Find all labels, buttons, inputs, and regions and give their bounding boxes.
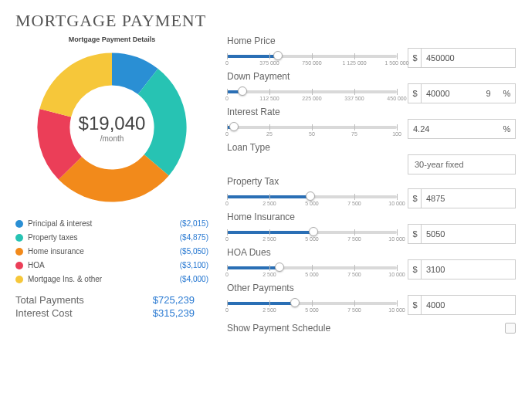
input-prefix: $ <box>408 48 422 68</box>
slider-tick-label: 75 <box>351 131 357 137</box>
legend-swatch <box>15 234 23 242</box>
slider-tick-label: 2 500 <box>262 272 276 277</box>
field-label: Down Payment <box>227 71 397 82</box>
slider[interactable]: 0112 500225 000337 500450 000 <box>227 86 397 105</box>
input-value[interactable]: 450000 <box>421 48 516 68</box>
field-down-payment: Down Payment0112 500225 000337 500450 00… <box>227 71 516 105</box>
slider-tick-label: 0 <box>225 201 229 206</box>
field-label: Interest Rate <box>227 107 397 117</box>
slider[interactable]: 02 5005 0007 50010 000 <box>227 227 397 246</box>
slider-ticks <box>227 124 397 130</box>
slider-thumb[interactable] <box>306 191 315 201</box>
slider-tick-label: 10 000 <box>388 201 405 206</box>
totals-label: Interest Cost <box>15 307 73 319</box>
field-loan-type: Loan Type30-year fixed <box>227 142 516 174</box>
legend-value: ($5,050) <box>180 247 208 256</box>
input-prefix: $ <box>408 295 422 315</box>
input-prefix: $ <box>408 188 422 208</box>
slider-tick-label: 25 <box>266 131 273 137</box>
slider-thumb[interactable] <box>238 86 247 96</box>
legend-label: HOA <box>28 261 180 269</box>
slider-tick-label: 7 500 <box>347 307 361 313</box>
legend-row: Home insurance($5,050) <box>15 247 208 256</box>
totals-row: Interest Cost$315,239 <box>15 307 208 319</box>
slider-tick-label: 1 125 000 <box>342 60 366 66</box>
slider-tick-label: 5 000 <box>305 201 319 206</box>
slider-tick-label: 750 000 <box>302 60 321 66</box>
legend-value: ($4,875) <box>180 233 208 242</box>
slider-tick-label: 10 000 <box>388 236 405 242</box>
show-payment-schedule-checkbox[interactable] <box>505 323 516 334</box>
slider-ticks <box>227 265 397 271</box>
slider[interactable]: 02 5005 0007 50010 000 <box>227 298 397 317</box>
slider-tick-label: 7 500 <box>347 236 361 242</box>
input-value[interactable]: 40000 <box>421 83 479 103</box>
input-value[interactable]: 4000 <box>421 295 516 315</box>
field-inputs: $4000 <box>408 295 516 315</box>
input-prefix: $ <box>408 83 422 103</box>
legend-swatch <box>15 248 23 256</box>
slider-tick-label: 5 000 <box>305 236 319 242</box>
slider-tick-label: 5 000 <box>305 307 319 313</box>
slider[interactable]: 0375 000750 0001 125 0001 500 000 <box>227 51 397 69</box>
input-value[interactable]: 5050 <box>421 224 516 244</box>
slider-thumb[interactable] <box>290 298 300 307</box>
slider-tick-label: 0 <box>225 131 229 137</box>
field-label: Loan Type <box>227 142 397 153</box>
field-inputs: $4875 <box>408 188 516 208</box>
slider[interactable]: 02 5005 0007 50010 000 <box>227 262 397 281</box>
input-prefix: $ <box>408 224 422 244</box>
legend-row: Property taxes($4,875) <box>15 233 208 242</box>
slider-tick-label: 2 500 <box>262 307 276 313</box>
totals-value: $315,239 <box>153 307 208 319</box>
input-value[interactable]: 3100 <box>421 259 516 279</box>
field-property-tax: Property Tax02 5005 0007 50010 000$4875 <box>227 176 516 210</box>
donut-chart: $19,040 /month <box>31 46 193 208</box>
slider-thumb[interactable] <box>273 51 283 60</box>
input-suffix: % <box>499 119 516 139</box>
slider-tick-label: 375 000 <box>259 60 279 66</box>
totals-row: Total Payments$725,239 <box>15 294 208 306</box>
summary-panel: Mortgage Payment Details $19,040 /month … <box>15 36 208 334</box>
slider-ticks <box>227 300 397 307</box>
slider-tick-label: 2 500 <box>262 201 276 206</box>
legend-label: Mortgage Ins. & other <box>28 275 180 283</box>
field-label: Home Insurance <box>227 212 397 222</box>
slider-tick-label: 100 <box>392 131 401 137</box>
field-home-ins: Home Insurance02 5005 0007 50010 000$505… <box>227 212 516 246</box>
legend-value: ($4,000) <box>180 275 208 283</box>
slider[interactable]: 02 5005 0007 50010 000 <box>227 191 397 210</box>
show-payment-schedule-label: Show Payment Schedule <box>227 323 330 334</box>
field-label: Other Payments <box>227 283 397 293</box>
slider-tick-label: 5 000 <box>305 272 319 277</box>
totals-value: $725,239 <box>153 294 208 306</box>
slider[interactable]: 0255075100 <box>227 122 397 141</box>
field-hoa: HOA Dues02 5005 0007 50010 000$3100 <box>227 247 516 281</box>
slider-tick-label: 225 000 <box>302 96 321 101</box>
input-value[interactable]: 4.24 <box>408 119 500 139</box>
input-value[interactable]: 4875 <box>421 188 516 208</box>
input-percent-value[interactable]: 9 <box>478 83 500 103</box>
show-payment-schedule-row: Show Payment Schedule <box>227 323 516 334</box>
main-layout: Mortgage Payment Details $19,040 /month … <box>15 36 510 334</box>
legend-value: ($2,015) <box>180 219 208 228</box>
slider-thumb[interactable] <box>309 227 318 236</box>
legend-row: Principal & interest($2,015) <box>15 219 208 228</box>
legend-swatch <box>15 276 23 283</box>
chart-title: Mortgage Payment Details <box>15 36 208 43</box>
donut-slice <box>39 52 112 117</box>
field-inputs: $400009% <box>408 83 516 103</box>
slider-thumb[interactable] <box>229 122 239 131</box>
field-label: Property Tax <box>227 176 397 187</box>
input-suffix: % <box>499 83 516 103</box>
legend-swatch <box>15 262 23 269</box>
legend-label: Principal & interest <box>28 219 180 228</box>
slider-ticks <box>227 89 397 95</box>
loan-type-select[interactable]: 30-year fixed <box>408 154 516 174</box>
slider-tick-label: 7 500 <box>347 201 361 206</box>
per-month-label: /month <box>79 134 146 143</box>
slider-thumb[interactable] <box>275 262 284 272</box>
slider-tick-label: 112 500 <box>259 96 279 101</box>
field-interest-rate: Interest Rate02550751004.24% <box>227 107 516 141</box>
slider-tick-label: 450 000 <box>387 96 406 101</box>
